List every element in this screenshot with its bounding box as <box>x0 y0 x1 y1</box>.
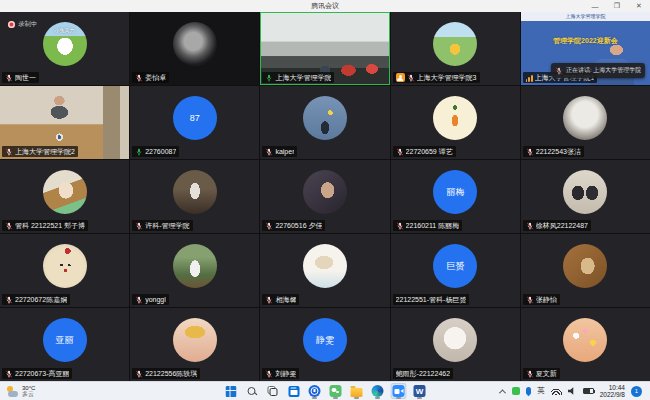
avatar-text: 丽梅 <box>446 186 464 199</box>
word-app-icon[interactable]: W <box>412 383 428 399</box>
battery-tray-icon[interactable] <box>583 388 594 394</box>
taskbar-clock[interactable]: 10:44 2022/9/8 <box>600 384 625 398</box>
search-app-icon[interactable] <box>244 383 260 399</box>
clock-app-icon[interactable] <box>307 383 323 399</box>
participant-tile[interactable]: 小兔莫力 录制中 陶世一 <box>0 12 129 85</box>
participant-tile[interactable]: 22720659 谭艺 <box>391 86 520 159</box>
mic-muted-icon <box>135 222 143 230</box>
wechat-app-icon[interactable] <box>328 383 344 399</box>
participant-avatar <box>173 318 217 362</box>
participant-tile[interactable]: 娄怡卓 <box>130 12 259 85</box>
mic-muted-icon <box>5 296 13 304</box>
mic-on-icon <box>265 74 273 82</box>
mic-muted-icon <box>555 67 563 75</box>
taskview-app-icon[interactable] <box>265 383 281 399</box>
participant-tile[interactable]: 87 22760087 <box>130 86 259 159</box>
participant-avatar <box>173 22 217 66</box>
participant-name-label: 22122543张洁 <box>523 146 584 157</box>
participant-avatar <box>43 170 87 214</box>
participant-tile[interactable]: 许科-管理学院 <box>130 160 259 233</box>
participant-avatar <box>173 244 217 288</box>
taskview-icon <box>267 385 279 397</box>
mic-muted-icon <box>265 370 273 378</box>
mic-muted-icon <box>5 74 13 82</box>
participant-avatar: 亚丽 <box>43 318 87 362</box>
participant-avatar <box>563 170 607 214</box>
participant-tile[interactable]: 静雯 刘静雯 <box>260 308 389 381</box>
mic-muted-icon <box>526 296 534 304</box>
participant-tile[interactable]: 徐林风22122487 <box>521 160 650 233</box>
participant-tile[interactable]: 上海大学管理学院2 <box>0 86 129 159</box>
speaking-toast-text: 正在讲话: 上海大学管理学院 2... <box>566 66 641 75</box>
participant-tile[interactable]: 上海大学管理学院 <box>260 12 389 85</box>
participant-name: 22720673-高亚丽 <box>15 369 69 378</box>
taskbar: 30°C 多云 W 英 10:44 2022/9/8 1 <box>0 381 650 400</box>
participant-tile[interactable]: 鲍雨彤-22122462 <box>391 308 520 381</box>
avatar-text: 巨赟 <box>446 260 464 273</box>
participant-name-label: 许科-管理学院 <box>132 220 192 231</box>
participant-name: 许科-管理学院 <box>145 221 189 230</box>
chevron-tray-icon[interactable] <box>498 387 506 395</box>
participant-tile[interactable]: 张静怡 <box>521 234 650 307</box>
participant-name-label: 22760516 夕佳 <box>262 220 325 231</box>
participant-tile[interactable]: 丽梅 22160211 陈丽梅 <box>391 160 520 233</box>
word-icon: W <box>414 385 426 397</box>
participant-name: 上海大学管理学院2 <box>15 147 75 156</box>
participant-name-label: 上海大学管理学院 <box>262 72 334 83</box>
weather-widget[interactable]: 30°C 多云 <box>0 385 35 397</box>
participant-tile[interactable]: 管科 22122521 郏子博 <box>0 160 129 233</box>
mic-muted-icon <box>526 148 534 156</box>
participant-name: 上海大学管理学院3 <box>417 73 477 82</box>
search-icon <box>246 386 257 397</box>
participant-avatar: 87 <box>173 96 217 140</box>
participant-name-label: 22760087 <box>132 146 179 157</box>
participant-tile[interactable]: 22122543张洁 <box>521 86 650 159</box>
participant-name: 22122543张洁 <box>536 147 581 156</box>
participant-name: 22760516 夕佳 <box>275 221 322 230</box>
mic-muted-icon <box>526 222 534 230</box>
participant-tile[interactable]: 巨赟 22122551-管科-杨巨赟 <box>391 234 520 307</box>
ime-tray-icon[interactable]: 英 <box>537 386 545 396</box>
participant-tile[interactable]: 相海馨 <box>260 234 389 307</box>
participant-tile[interactable]: 22122556陈轶琪 <box>130 308 259 381</box>
mic-tray-icon[interactable] <box>526 387 531 395</box>
start-app-icon[interactable] <box>223 383 239 399</box>
participant-tile[interactable]: 22720672陈嘉娴 <box>0 234 129 307</box>
participant-tile[interactable]: yonggl <box>130 234 259 307</box>
weather-icon <box>6 386 19 397</box>
mic-muted-icon <box>526 370 534 378</box>
participant-name: 陶世一 <box>15 73 36 82</box>
avatar-text: 亚丽 <box>56 334 74 347</box>
participant-avatar: 静雯 <box>303 318 347 362</box>
mic-muted-icon <box>396 148 404 156</box>
participant-name-label: 22122556陈轶琪 <box>132 368 200 379</box>
participant-tile[interactable]: kaiper <box>260 86 389 159</box>
wifi-tray-icon[interactable] <box>551 388 562 395</box>
store-app-icon[interactable] <box>286 383 302 399</box>
participant-name-label: 22720673-高亚丽 <box>2 368 72 379</box>
participant-name: 娄怡卓 <box>145 73 166 82</box>
participant-tile[interactable]: 亚丽 22720673-高亚丽 <box>0 308 129 381</box>
mic-muted-icon <box>5 148 13 156</box>
edge-icon <box>372 385 384 397</box>
avatar-text: 静雯 <box>316 334 334 347</box>
wechat-dot-tray-icon[interactable] <box>512 387 520 395</box>
participant-name-label: 刘静雯 <box>262 368 299 379</box>
notification-badge[interactable]: 1 <box>631 386 642 397</box>
system-tray: 英 10:44 2022/9/8 1 <box>498 382 650 400</box>
participant-tile[interactable]: 上海大学管理学院3 <box>391 12 520 85</box>
explorer-app-icon[interactable] <box>349 383 365 399</box>
participant-avatar <box>433 96 477 140</box>
tencent-meeting-window: 腾讯会议 — ❐ ✕ 小兔莫力 录制中 陶世一 娄怡卓 <box>0 0 650 400</box>
weather-condition: 多云 <box>22 391 35 397</box>
vol-tray-icon[interactable] <box>568 387 577 396</box>
participant-tile[interactable]: 夏文新 <box>521 308 650 381</box>
participant-name-label: 夏文新 <box>523 368 560 379</box>
participant-name: 22122551-管科-杨巨赟 <box>396 295 467 304</box>
meeting-app-icon[interactable] <box>391 383 407 399</box>
mic-muted-icon <box>396 222 404 230</box>
participant-name: 上海大学管理学院 <box>275 73 331 82</box>
participant-tile[interactable]: 22760516 夕佳 <box>260 160 389 233</box>
recording-label: 录制中 <box>18 20 38 29</box>
edge-app-icon[interactable] <box>370 383 386 399</box>
